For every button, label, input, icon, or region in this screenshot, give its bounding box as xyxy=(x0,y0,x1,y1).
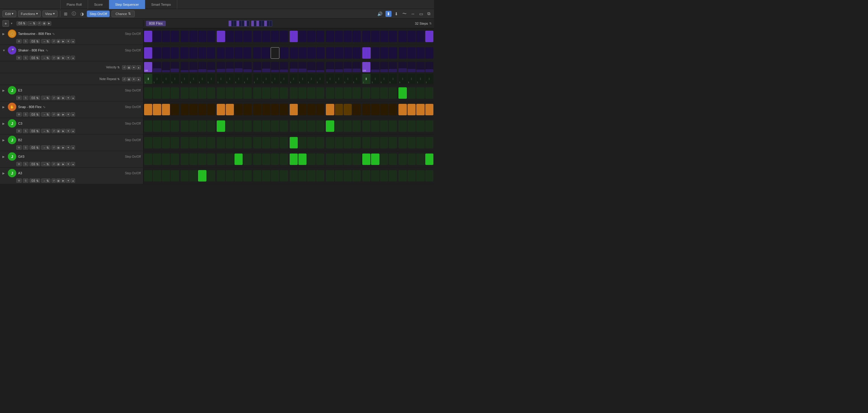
step-2[interactable] xyxy=(162,121,170,132)
step-4[interactable] xyxy=(181,104,189,115)
step-1[interactable] xyxy=(153,31,161,42)
step-22[interactable] xyxy=(344,137,352,148)
vel-step-3[interactable] xyxy=(170,62,179,72)
step-11[interactable] xyxy=(243,137,251,148)
step-14[interactable] xyxy=(271,31,279,42)
step-10[interactable] xyxy=(235,170,243,181)
solo-btn[interactable]: S xyxy=(23,56,28,60)
step-3[interactable] xyxy=(170,137,179,148)
mute-btn[interactable]: M xyxy=(16,56,22,60)
vel-step-6[interactable] xyxy=(198,62,206,72)
step-10[interactable] xyxy=(235,104,243,115)
step-16[interactable] xyxy=(290,47,298,59)
step-24[interactable] xyxy=(362,170,370,181)
step-22[interactable] xyxy=(344,170,352,181)
step-14[interactable] xyxy=(271,47,279,59)
vel-step-8[interactable] xyxy=(217,62,225,72)
step-23[interactable] xyxy=(352,121,361,132)
step-15[interactable] xyxy=(280,87,288,99)
direction-ctrl[interactable]: → ⇅ xyxy=(41,178,51,183)
tab-piano-roll[interactable]: Piano Roll xyxy=(60,0,88,9)
nr-step-10[interactable]: 1 xyxy=(235,74,243,84)
small-btn-2[interactable]: ▶ xyxy=(61,96,65,100)
small-btn-4[interactable]: ▲ xyxy=(71,145,75,149)
step-8[interactable] xyxy=(217,47,225,59)
vel-step-0[interactable]: 100 xyxy=(144,62,152,72)
nr-step-22[interactable]: 1 xyxy=(344,74,352,84)
step-13[interactable] xyxy=(262,137,270,148)
step-12[interactable] xyxy=(253,121,261,132)
vel-step-28[interactable] xyxy=(398,62,407,72)
step-9[interactable] xyxy=(226,31,234,42)
step-17[interactable] xyxy=(299,121,307,132)
step-1[interactable] xyxy=(153,121,161,132)
direction-ctrl[interactable]: → ⇅ xyxy=(41,145,51,149)
edit-menu[interactable]: Edit ▾ xyxy=(2,10,16,17)
step-17[interactable] xyxy=(299,47,307,59)
small-btn-3[interactable]: ▼ xyxy=(66,162,70,166)
small-btn-4[interactable]: ▲ xyxy=(71,96,75,100)
step-12[interactable] xyxy=(253,47,261,59)
vel-step-4[interactable] xyxy=(181,62,189,72)
small-btn-0[interactable]: ↺ xyxy=(52,39,56,43)
step-9[interactable] xyxy=(226,87,234,99)
step-18[interactable] xyxy=(307,87,315,99)
step-28[interactable] xyxy=(398,153,407,165)
step-13[interactable] xyxy=(262,153,270,165)
vel-step-27[interactable] xyxy=(389,62,397,72)
expand-arrow[interactable]: ▶ xyxy=(2,172,6,175)
nr-step-23[interactable]: 1 xyxy=(352,74,361,84)
step-15[interactable] xyxy=(280,153,288,165)
step-5[interactable] xyxy=(189,170,197,181)
vel-step-7[interactable] xyxy=(207,62,215,72)
step-30[interactable] xyxy=(416,121,424,132)
step-19[interactable] xyxy=(316,47,324,59)
small-btn-4[interactable]: ▲ xyxy=(71,112,75,116)
step-19[interactable] xyxy=(316,31,324,42)
step-11[interactable] xyxy=(243,153,251,165)
step-26[interactable] xyxy=(380,153,388,165)
small-btn-0[interactable]: ↺ xyxy=(52,56,56,60)
mute-btn[interactable]: M xyxy=(16,96,22,100)
step-25[interactable] xyxy=(371,137,379,148)
nr-step-5[interactable]: 1 xyxy=(189,74,197,84)
step-8[interactable] xyxy=(217,104,225,115)
step-14[interactable] xyxy=(271,87,279,99)
step-30[interactable] xyxy=(416,170,424,181)
step-9[interactable] xyxy=(226,137,234,148)
mute-btn[interactable]: M xyxy=(16,145,22,149)
step-30[interactable] xyxy=(416,47,424,59)
step-15[interactable] xyxy=(280,137,288,148)
step-26[interactable] xyxy=(380,31,388,42)
step-2[interactable] xyxy=(162,47,170,59)
step-5[interactable] xyxy=(189,121,197,132)
step-10[interactable] xyxy=(235,137,243,148)
step-24[interactable] xyxy=(362,31,370,42)
add-chevron[interactable]: ▾ xyxy=(11,22,12,25)
step-16[interactable] xyxy=(290,104,298,115)
step-12[interactable] xyxy=(253,170,261,181)
vel-step-29[interactable] xyxy=(407,62,415,72)
small-btn-0[interactable]: ↺ xyxy=(52,96,56,100)
nr-step-9[interactable]: 1 xyxy=(226,74,234,84)
step-25[interactable] xyxy=(371,31,379,42)
step-23[interactable] xyxy=(352,87,361,99)
step-on-off-btn[interactable]: Step On/Off xyxy=(87,10,110,17)
add-track-btn[interactable]: + xyxy=(2,20,9,27)
solo-btn[interactable]: S xyxy=(23,162,28,166)
step-31[interactable] xyxy=(425,104,433,115)
step-1[interactable] xyxy=(153,87,161,99)
expand-arrow[interactable]: ▶ xyxy=(2,155,6,158)
expand-arrow[interactable]: ▶ xyxy=(2,32,6,36)
solo-btn[interactable]: S xyxy=(23,112,28,116)
step-16[interactable] xyxy=(290,87,298,99)
align-icon-btn[interactable]: ⬍ xyxy=(385,11,392,17)
step-20[interactable] xyxy=(326,31,334,42)
step-12[interactable] xyxy=(253,137,261,148)
small-btn-3[interactable]: ▼ xyxy=(66,96,70,100)
step-17[interactable] xyxy=(299,87,307,99)
step-6[interactable] xyxy=(198,104,206,115)
step-3[interactable] xyxy=(170,47,179,59)
step-7[interactable] xyxy=(207,137,215,148)
step-11[interactable] xyxy=(243,104,251,115)
